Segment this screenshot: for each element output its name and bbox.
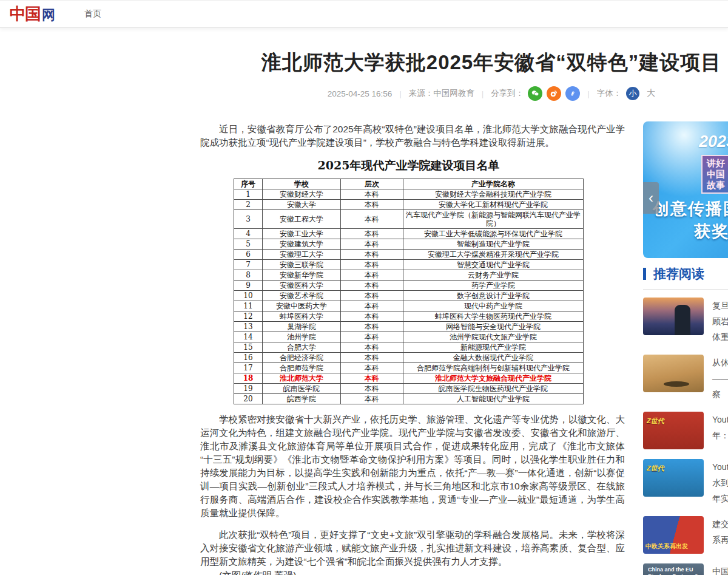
table-row: 17合肥师范学院本科合肥师范学院高端制剂与创新辅料现代产业学院 bbox=[234, 363, 584, 373]
table-cell: 新能源现代产业学院 bbox=[403, 342, 584, 353]
site-logo[interactable]: 中国 网 bbox=[10, 3, 55, 25]
table-row: 19皖南医学院本科皖南医学院生物医药现代产业学院 bbox=[234, 384, 584, 394]
article-paragraph: 近日，安徽省教育厅公布了2025年高校“双特色”建设项目名单，淮北师范大学文旅融… bbox=[200, 123, 625, 149]
table-header-cell: 产业学院名称 bbox=[403, 179, 584, 189]
logo-text-net: 网 bbox=[42, 6, 55, 24]
recommend-item[interactable]: 复旦大顾岩体重 bbox=[643, 298, 728, 345]
table-cell: 安徽医科大学 bbox=[263, 281, 341, 291]
table-cell: 本科 bbox=[341, 342, 403, 353]
table-cell: 19 bbox=[234, 384, 263, 394]
recommend-item[interactable]: Z世代Youth水到年实 bbox=[643, 459, 728, 506]
table-row: 16合肥经济学院本科金融大数据现代产业学院 bbox=[234, 353, 584, 363]
table-cell: 安徽理工大学煤炭精准开采现代产业学院 bbox=[403, 250, 584, 260]
table-row: 6安徽理工大学本科安徽理工大学煤炭精准开采现代产业学院 bbox=[234, 250, 584, 260]
table-cell: 7 bbox=[234, 260, 263, 270]
carousel-prev-button[interactable]: ‹ bbox=[643, 182, 659, 214]
table-cell: 巢湖学院 bbox=[263, 322, 341, 332]
table-cell: 18 bbox=[234, 373, 263, 384]
share-weibo-icon[interactable] bbox=[547, 86, 561, 101]
table-title: 2025年现代产业学院建设项目名单 bbox=[234, 158, 584, 174]
project-list-table-figure: 2025年现代产业学院建设项目名单 序号学校层次产业学院名称 1安徽财经大学本科… bbox=[234, 158, 584, 404]
china-eu-talk-photo: China and the EU Rivals or Partners? bbox=[643, 563, 704, 575]
table-cell: 安徽理工大学 bbox=[263, 250, 341, 260]
table-cell: 蚌埠医科大学 bbox=[263, 311, 341, 322]
share-wechat-icon[interactable] bbox=[528, 86, 542, 101]
table-cell: 合肥师范学院 bbox=[263, 363, 341, 373]
table-cell: 20 bbox=[234, 394, 263, 404]
table-cell: 17 bbox=[234, 363, 263, 373]
recommend-item[interactable]: China and the EU Rivals or Partners?中国欧，… bbox=[643, 563, 728, 575]
table-row: 15合肥大学本科新能源现代产业学院 bbox=[234, 342, 584, 353]
meta-separator: | bbox=[482, 89, 484, 98]
table-cell: 4 bbox=[234, 229, 263, 239]
table-cell: 皖西学院 bbox=[263, 394, 341, 404]
table-cell: 本科 bbox=[341, 229, 403, 239]
recommend-item-title-line: 中国 bbox=[712, 563, 728, 575]
share-link-icon[interactable] bbox=[565, 86, 580, 101]
table-cell: 合肥大学 bbox=[263, 342, 341, 353]
recommend-item-title-line: 年实 bbox=[712, 491, 728, 506]
table-cell: 本科 bbox=[341, 291, 403, 301]
table-row: 7安徽三联学院本科智慧交通现代产业学院 bbox=[234, 260, 584, 270]
table-cell: 蚌埠医科大学生物医药现代产业学院 bbox=[403, 311, 584, 322]
table-cell: 本科 bbox=[341, 373, 403, 384]
table-cell: 安徽大学化工新材料现代产业学院 bbox=[403, 200, 584, 210]
table-row: 14池州学院本科池州学院现代文旅产业学院 bbox=[234, 332, 584, 342]
recommend-item[interactable]: 从休——察 bbox=[643, 355, 728, 402]
table-cell: 15 bbox=[234, 342, 263, 353]
recommend-list: 复旦大顾岩体重从休——察Z世代Youth年：Z世代Youth水到年实中欧关系再出… bbox=[643, 298, 728, 575]
promo-banner[interactable]: 2023 讲好 中国 故事 创意传播国 获奖名 ‹ bbox=[643, 121, 728, 258]
table-row: 1安徽财经大学本科安徽财经大学金融科技现代产业学院 bbox=[234, 189, 584, 200]
table-cell: 本科 bbox=[341, 332, 403, 342]
table-header-row: 序号学校层次产业学院名称 bbox=[234, 179, 584, 189]
nav-home[interactable]: 首页 bbox=[84, 9, 101, 19]
table-cell: 本科 bbox=[341, 189, 403, 200]
table-header-cell: 序号 bbox=[234, 179, 263, 189]
table-cell: 安徽大学 bbox=[263, 200, 341, 210]
font-size-small-button[interactable]: 小 bbox=[626, 87, 639, 100]
recommend-item[interactable]: Z世代Youth年： bbox=[643, 412, 728, 449]
table-cell: 安徽建筑大学 bbox=[263, 239, 341, 250]
table-cell: 池州学院现代文旅产业学院 bbox=[403, 332, 584, 342]
banner-badge-line: 中国 bbox=[703, 169, 728, 180]
table-cell: 智能制造现代产业学院 bbox=[403, 239, 584, 250]
gen-z-red-collage-photo: Z世代 bbox=[643, 412, 704, 449]
table-cell: 本科 bbox=[341, 353, 403, 363]
recommend-item-title: 中国欧，伙伴 bbox=[712, 563, 728, 575]
source-label: 来源： bbox=[409, 88, 434, 99]
recommend-item-title-line: 察 bbox=[712, 386, 728, 402]
byline: (文图/蒋作明 董强) bbox=[200, 568, 625, 575]
recommend-item-title-line: 体重 bbox=[712, 329, 728, 345]
recommend-header: 推荐阅读 bbox=[643, 265, 728, 282]
table-cell: 现代中药产业学院 bbox=[403, 301, 584, 311]
recommend-item-title-line: Youth bbox=[712, 412, 728, 427]
table-row: 2安徽大学本科安徽大学化工新材料现代产业学院 bbox=[234, 200, 584, 210]
table-header-cell: 层次 bbox=[341, 179, 403, 189]
table-cell: 安徽财经大学 bbox=[263, 189, 341, 200]
recommend-item-title: Youth水到年实 bbox=[712, 459, 728, 506]
golden-river-photo bbox=[643, 355, 704, 392]
recommend-item[interactable]: 中欧关系再出发建交系再 bbox=[643, 516, 728, 554]
table-cell: 安徽三联学院 bbox=[263, 260, 341, 270]
table-cell: 本科 bbox=[341, 311, 403, 322]
table-cell: 5 bbox=[234, 239, 263, 250]
table-cell: 本科 bbox=[341, 210, 403, 229]
recommend-item-title: 从休——察 bbox=[712, 355, 728, 402]
table-cell: 合肥经济学院 bbox=[263, 353, 341, 363]
table-cell: 16 bbox=[234, 353, 263, 363]
table-cell: 10 bbox=[234, 291, 263, 301]
table-cell: 淮北师范大学 bbox=[263, 373, 341, 384]
recommend-item-title-line: 复旦大 bbox=[712, 298, 728, 313]
table-cell: 汽车现代产业学院（新能源与智能网联汽车现代产业学院） bbox=[403, 210, 584, 229]
table-cell: 本科 bbox=[341, 270, 403, 281]
table-cell: 安徽财经大学金融科技现代产业学院 bbox=[403, 189, 584, 200]
recommend-item-title: Youth年： bbox=[712, 412, 728, 449]
table-cell: 9 bbox=[234, 281, 263, 291]
table-header-cell: 学校 bbox=[263, 179, 341, 189]
table-cell: 本科 bbox=[341, 200, 403, 210]
recommend-divider bbox=[643, 289, 728, 290]
article: 淮北师范大学获批2025年安徽省“双特色”建设项目 2025-04-25 16:… bbox=[200, 36, 625, 575]
table-cell: 安徽艺术学院 bbox=[263, 291, 341, 301]
table-row: 18淮北师范大学本科淮北师范大学文旅融合现代产业学院 bbox=[234, 373, 584, 384]
table-body: 1安徽财经大学本科安徽财经大学金融科技现代产业学院2安徽大学本科安徽大学化工新材… bbox=[234, 189, 584, 404]
